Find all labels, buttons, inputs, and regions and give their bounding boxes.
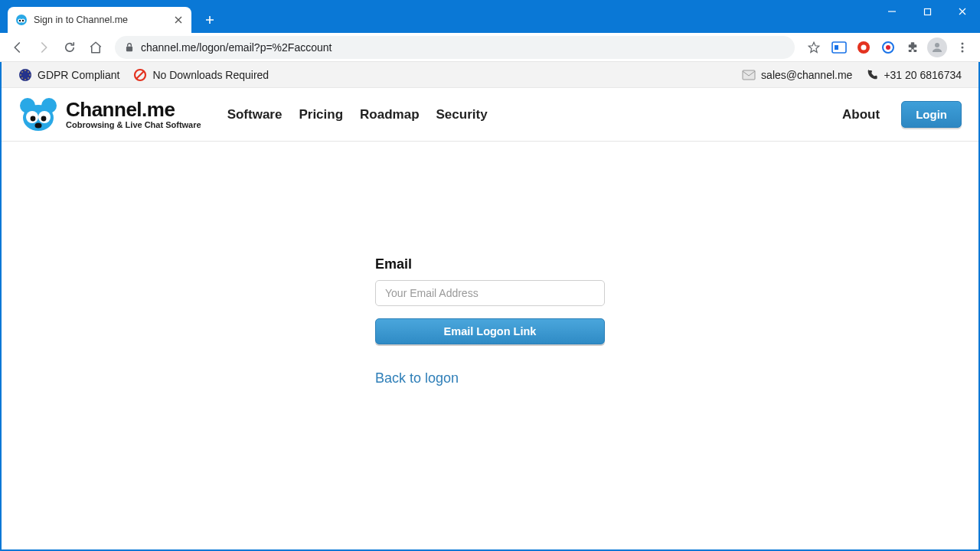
- svg-rect-6: [126, 46, 132, 51]
- nav-forward-button: [32, 36, 55, 59]
- lock-icon: [124, 42, 135, 53]
- nav-back-button[interactable]: [6, 36, 29, 59]
- no-download-text: No Downloads Required: [152, 69, 269, 81]
- browser-menu-button[interactable]: [951, 36, 974, 59]
- omnibox[interactable]: channel.me/logon/email?p=%2Faccount: [115, 36, 795, 59]
- login-button[interactable]: Login: [901, 101, 962, 128]
- phone-icon: [866, 69, 878, 81]
- gdpr-text: GDPR Compliant: [38, 69, 119, 81]
- no-download-badge: No Downloads Required: [133, 68, 269, 82]
- nav-link-roadmap[interactable]: Roadmap: [360, 107, 419, 122]
- main-nav: Channel.me Cobrowsing & Live Chat Softwa…: [2, 88, 978, 142]
- brand-subtitle: Cobrowsing & Live Chat Software: [66, 121, 201, 129]
- svg-point-25: [28, 77, 29, 79]
- omnibox-url: channel.me/logon/email?p=%2Faccount: [141, 41, 332, 54]
- email-logon-link-button[interactable]: Email Logon Link: [375, 318, 605, 344]
- svg-point-3: [19, 20, 21, 21]
- new-tab-button[interactable]: [199, 9, 220, 31]
- svg-point-34: [31, 116, 36, 121]
- contact-phone[interactable]: +31 20 6816734: [866, 69, 962, 81]
- svg-point-14: [962, 42, 964, 44]
- koala-logo-icon: [18, 96, 58, 133]
- logon-form: Email Email Logon Link Back to logon: [375, 256, 605, 386]
- svg-point-20: [20, 74, 21, 76]
- contact-phone-text: +31 20 6816734: [884, 69, 962, 81]
- window-close-button[interactable]: [945, 0, 980, 23]
- window-maximize-button[interactable]: [910, 0, 945, 23]
- tab-close-icon[interactable]: [173, 15, 184, 25]
- extensions-puzzle-icon[interactable]: [902, 37, 923, 58]
- nav-home-button[interactable]: [84, 36, 107, 59]
- svg-point-35: [41, 116, 47, 121]
- svg-point-22: [21, 71, 23, 73]
- svg-point-24: [21, 77, 23, 79]
- mail-icon: [742, 70, 756, 80]
- nav-link-about[interactable]: About: [842, 107, 880, 122]
- svg-rect-5: [924, 8, 930, 15]
- nav-link-security[interactable]: Security: [436, 107, 488, 122]
- browser-tab[interactable]: Sign in to Channel.me: [8, 7, 191, 33]
- window-minimize-button[interactable]: [874, 0, 910, 23]
- email-input[interactable]: [375, 280, 605, 306]
- nav-link-pricing[interactable]: Pricing: [299, 107, 343, 122]
- nav-links: Software Pricing Roadmap Security: [227, 107, 488, 122]
- svg-point-10: [861, 44, 867, 50]
- tab-strip: Sign in to Channel.me: [0, 0, 874, 33]
- window-controls: [874, 0, 980, 23]
- back-to-logon-link[interactable]: Back to logon: [375, 370, 459, 386]
- nav-link-software[interactable]: Software: [227, 107, 283, 122]
- svg-point-15: [962, 46, 964, 48]
- brand-logo[interactable]: Channel.me Cobrowsing & Live Chat Softwa…: [18, 96, 201, 133]
- page-viewport: GDPR Compliant No Downloads Required sal…: [0, 62, 980, 551]
- svg-point-19: [24, 79, 26, 80]
- email-label: Email: [375, 256, 605, 272]
- svg-point-16: [962, 50, 964, 52]
- svg-point-13: [935, 43, 939, 47]
- svg-line-27: [136, 71, 144, 79]
- contact-email[interactable]: sales@channel.me: [742, 69, 852, 81]
- tab-favicon: [15, 14, 28, 26]
- svg-point-18: [24, 70, 26, 71]
- svg-rect-7: [832, 42, 846, 53]
- svg-rect-28: [743, 70, 755, 80]
- brand-name: Channel.me: [66, 99, 201, 119]
- gdpr-badge: GDPR Compliant: [18, 68, 119, 82]
- eu-flag-icon: [18, 68, 32, 82]
- contact-email-text: sales@channel.me: [761, 69, 852, 81]
- svg-rect-8: [835, 45, 838, 50]
- address-bar: channel.me/logon/email?p=%2Faccount: [0, 33, 980, 62]
- browser-titlebar: Sign in to Channel.me: [0, 0, 980, 33]
- bookmark-star-icon[interactable]: [802, 36, 825, 59]
- extension-icon-3[interactable]: [877, 37, 899, 58]
- svg-point-23: [28, 71, 29, 73]
- profile-avatar[interactable]: [926, 37, 948, 58]
- svg-point-12: [886, 45, 890, 50]
- svg-point-21: [29, 74, 31, 76]
- extension-icon-2[interactable]: [853, 37, 874, 58]
- tab-title: Sign in to Channel.me: [34, 15, 167, 25]
- extension-icon-1[interactable]: [828, 37, 850, 58]
- svg-point-36: [35, 122, 42, 128]
- prohibit-icon: [133, 68, 147, 82]
- nav-reload-button[interactable]: [58, 36, 81, 59]
- info-bar: GDPR Compliant No Downloads Required sal…: [2, 62, 978, 88]
- svg-point-4: [22, 20, 24, 21]
